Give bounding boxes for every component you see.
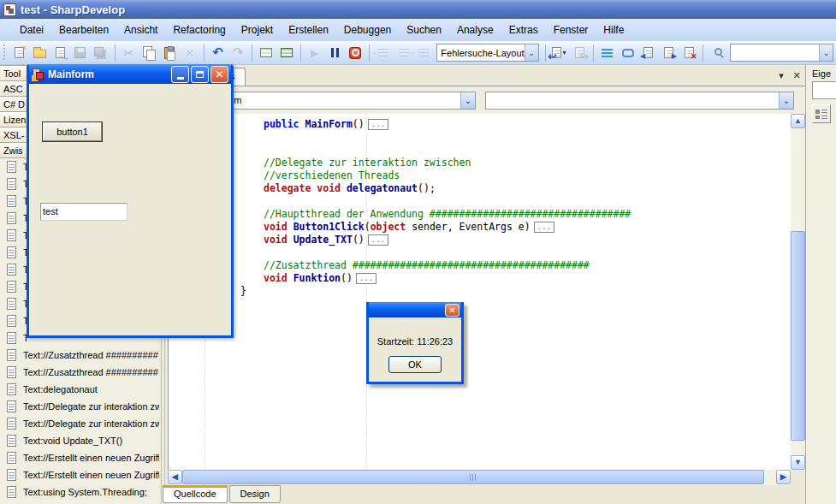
- open-folder-button[interactable]: [31, 43, 50, 62]
- menu-projekt[interactable]: Projekt: [234, 21, 281, 39]
- save-button[interactable]: [71, 43, 90, 62]
- menu-analyse[interactable]: Analyse: [449, 21, 501, 39]
- clipboard-ring-item[interactable]: Text://Erstellt einen neuen Zugriff: [0, 449, 159, 466]
- nav-back-button[interactable]: ▾: [550, 43, 569, 62]
- code-editor[interactable]: public MainForm()...//Delegate zur inter…: [168, 114, 791, 470]
- clipboard-ring-item[interactable]: Text:void Update_TXT(): [0, 432, 159, 449]
- chevron-down-icon[interactable]: ⌄: [779, 92, 793, 109]
- minimize-button[interactable]: [171, 66, 189, 83]
- menu-erstellen[interactable]: Erstellen: [281, 21, 336, 39]
- chevron-down-icon[interactable]: ⌄: [525, 44, 538, 61]
- run-button[interactable]: ▶: [305, 43, 324, 62]
- search-combo[interactable]: ⌄: [730, 44, 833, 62]
- bookmark-toggle-button[interactable]: [619, 43, 637, 62]
- copy-button[interactable]: [139, 43, 158, 62]
- chevron-down-icon[interactable]: ⌄: [819, 44, 833, 61]
- clipboard-ring-item[interactable]: Text:delegatonaut: [0, 381, 159, 398]
- app-title: test - SharpDevelop: [21, 3, 125, 16]
- delete-button[interactable]: ✕: [181, 43, 199, 62]
- menu-bearbeiten[interactable]: Bearbeiten: [51, 21, 116, 39]
- object-combobox[interactable]: [812, 81, 836, 99]
- form-button1[interactable]: button1: [42, 122, 103, 142]
- form-textbox[interactable]: test: [40, 203, 127, 221]
- toolbar-separator: [252, 44, 252, 62]
- form-icon: [33, 68, 44, 80]
- menu-datei[interactable]: Datei: [12, 21, 51, 39]
- scroll-left-icon[interactable]: ◀: [168, 470, 182, 484]
- folded-region[interactable]: ...: [368, 234, 388, 246]
- scroll-right-icon[interactable]: ▶: [776, 470, 791, 484]
- pause-icon: [331, 48, 339, 57]
- new-file-button[interactable]: [10, 43, 29, 62]
- close-button[interactable]: ✕: [210, 66, 228, 83]
- ok-button[interactable]: OK: [388, 356, 442, 373]
- dialog-close-button[interactable]: ✕: [445, 304, 460, 317]
- tab-design[interactable]: Design: [229, 485, 281, 503]
- chevron-down-icon[interactable]: ⌄: [460, 92, 475, 109]
- toolbar: ✂✕↶↷▶Fehlersuche-Layout⌄▾⌄: [0, 41, 836, 65]
- save-all-button[interactable]: [92, 43, 110, 62]
- menu-refactoring[interactable]: Refactoring: [165, 21, 233, 39]
- code-line: //Zusatzthread #########################…: [169, 259, 791, 272]
- menu-ansicht[interactable]: Ansicht: [116, 21, 165, 39]
- members-combobox[interactable]: ⌄: [485, 92, 794, 110]
- undo-button[interactable]: ↶: [209, 43, 228, 62]
- vertical-scrollbar[interactable]: ▲ ▼: [791, 114, 805, 470]
- categorized-view-button[interactable]: [812, 104, 831, 123]
- prev-bookmark-button[interactable]: [639, 43, 658, 62]
- save-as-button[interactable]: [50, 43, 69, 62]
- scroll-up-icon[interactable]: ▲: [791, 114, 805, 128]
- menu-hilfe[interactable]: Hilfe: [596, 21, 631, 39]
- toolbar-grip-icon[interactable]: [3, 44, 7, 62]
- clear-bookmarks-button[interactable]: [679, 43, 698, 62]
- clipboard-ring-item[interactable]: Text://Delegate zur interaktion zw: [0, 398, 159, 415]
- mainform-client-area: button1 test: [29, 84, 231, 335]
- folded-region[interactable]: ...: [356, 273, 376, 284]
- code-line: //Delegate zur interaktion zwischen: [169, 157, 791, 169]
- clipboard-ring-item[interactable]: Text://Zusatzthread ##########: [0, 347, 159, 364]
- menu-debuggen[interactable]: Debuggen: [336, 21, 399, 39]
- text-snippet-icon: [7, 383, 16, 395]
- outdent-button[interactable]: [374, 43, 393, 62]
- paste-button[interactable]: [160, 43, 179, 62]
- redo-button[interactable]: ↷: [228, 43, 247, 62]
- maximize-button[interactable]: [191, 66, 209, 83]
- vertical-scroll-thumb[interactable]: [791, 231, 805, 441]
- nav-forward-button[interactable]: [570, 43, 589, 62]
- clipboard-ring-item[interactable]: Text://Delegate zur interaktion zw: [0, 415, 159, 432]
- format-button[interactable]: [415, 43, 434, 62]
- scroll-down-icon[interactable]: ▼: [791, 455, 805, 470]
- next-bookmark-button[interactable]: [659, 43, 678, 62]
- clipboard-ring-item[interactable]: Text://Zusatzthread ##########: [0, 364, 159, 381]
- cut-button[interactable]: ✂: [120, 43, 139, 62]
- clipboard-ring-item[interactable]: Text:using System.Threading;: [0, 483, 159, 501]
- clipboard-ring-item[interactable]: Text://Erstellt einen neuen Zugriff: [0, 466, 159, 483]
- tab-quellcode[interactable]: Quellcode: [163, 485, 228, 503]
- pause-button[interactable]: [325, 43, 344, 62]
- build-button[interactable]: [257, 43, 276, 62]
- bookmark-list-button[interactable]: [598, 43, 617, 62]
- horizontal-scrollbar[interactable]: ◀ ▶: [168, 470, 791, 485]
- tab-list-dropdown-icon[interactable]: ▾: [774, 69, 788, 82]
- mainform-titlebar[interactable]: Mainform ✕: [29, 64, 231, 84]
- menu-fenster[interactable]: Fenster: [546, 21, 596, 39]
- indent-button[interactable]: [394, 43, 413, 62]
- maximize-icon: [196, 71, 204, 78]
- dialog-titlebar[interactable]: ✕: [369, 302, 461, 317]
- code-line: //verschiedenen Threads: [169, 169, 791, 182]
- dropdown-caret-icon[interactable]: ▾: [562, 49, 566, 56]
- close-document-icon[interactable]: ✕: [790, 69, 803, 82]
- mainform-title: Mainform: [48, 68, 169, 80]
- horizontal-scroll-thumb[interactable]: [182, 470, 764, 484]
- stop-button[interactable]: [346, 43, 365, 62]
- folded-region[interactable]: ...: [534, 222, 554, 233]
- menu-suchen[interactable]: Suchen: [399, 21, 449, 39]
- layout-combo[interactable]: Fehlersuche-Layout⌄: [436, 44, 538, 62]
- build-all-button[interactable]: [277, 43, 296, 62]
- menu-extras[interactable]: Extras: [501, 21, 546, 39]
- text-snippet-icon: [7, 452, 16, 464]
- folded-region[interactable]: ...: [368, 119, 388, 130]
- search-button[interactable]: [708, 43, 726, 62]
- text-snippet-icon: [7, 418, 16, 430]
- bookmark-list-icon: [602, 49, 613, 57]
